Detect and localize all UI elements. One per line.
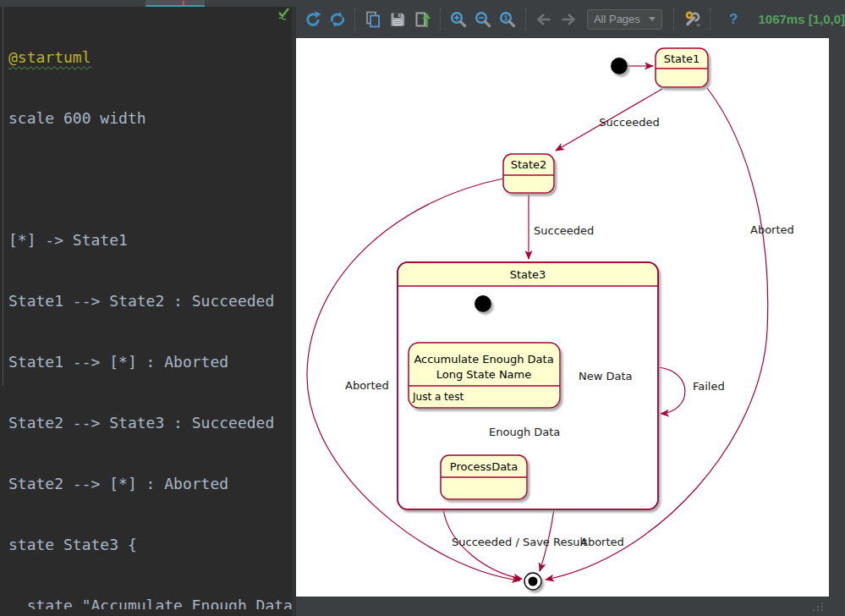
zoom-out-button[interactable] bbox=[472, 8, 495, 31]
edge-label-failed: Failed bbox=[693, 380, 725, 393]
long-state-title-line2: Long State Name bbox=[436, 368, 532, 381]
edge-label-enough-data: Enough Data bbox=[489, 426, 560, 438]
edge-label-aborted-left: Aborted bbox=[345, 379, 389, 392]
zoom-in-button[interactable] bbox=[447, 8, 470, 31]
forward-arrow-icon bbox=[559, 10, 578, 29]
zoom-in-icon bbox=[449, 10, 468, 29]
toolbar-separator bbox=[710, 8, 711, 30]
toolbar-separator bbox=[673, 8, 675, 30]
page-selector-dropdown[interactable]: All Pages bbox=[587, 9, 662, 30]
code-line[interactable]: state State3 { bbox=[8, 535, 296, 555]
state2-title: State2 bbox=[511, 158, 547, 171]
editor-tab-strip bbox=[0, 0, 296, 7]
code-line[interactable]: scale 600 width bbox=[8, 108, 296, 129]
chevron-down-icon bbox=[649, 17, 656, 21]
edge-label-aborted-bottom: Aborted bbox=[580, 536, 624, 548]
plantuml-ide-window: @startuml scale 600 width [*] -> State1 … bbox=[0, 0, 845, 616]
zoom-reset-icon: 1 bbox=[498, 10, 517, 29]
editor-gutter-line bbox=[3, 7, 3, 386]
reload-now-button[interactable] bbox=[326, 8, 348, 31]
state1-title: State1 bbox=[664, 52, 700, 65]
code-area[interactable]: @startuml scale 600 width [*] -> State1 … bbox=[8, 7, 296, 609]
long-state-title-line1: Accumulate Enough Data bbox=[414, 353, 553, 366]
edge-label-succeeded-top: Succeeded bbox=[599, 116, 659, 129]
code-line[interactable]: State1 --> State2 : Succeeded bbox=[8, 291, 296, 311]
resize-grip[interactable] bbox=[813, 602, 823, 611]
code-line[interactable]: [*] -> State1 bbox=[8, 230, 296, 250]
edge-label-new-data: New Data bbox=[579, 370, 633, 382]
inner-initial-state-dot bbox=[475, 295, 491, 312]
final-state-node bbox=[524, 573, 541, 590]
processdata-title: ProcessData bbox=[450, 460, 518, 473]
render-status-text: 1067ms [1,0,0] bbox=[759, 12, 845, 26]
help-button[interactable]: ? bbox=[724, 10, 743, 29]
diagram-canvas[interactable]: State1 State2 State3 Accumulate Enough D… bbox=[296, 38, 829, 597]
code-line[interactable] bbox=[8, 169, 296, 190]
code-line[interactable]: State2 --> [*] : Aborted bbox=[8, 474, 296, 494]
toolbar-separator bbox=[354, 8, 356, 30]
transition-state3-self-failed bbox=[658, 367, 685, 414]
toolbar-separator bbox=[525, 8, 527, 30]
zoom-reset-button[interactable]: 1 bbox=[497, 8, 519, 31]
export-icon bbox=[413, 10, 431, 29]
refresh-icon bbox=[304, 10, 322, 29]
code-line[interactable]: state "Accumulate Enough Data bbox=[8, 596, 296, 609]
toolbar-separator bbox=[440, 8, 442, 30]
state-diagram: State1 State2 State3 Accumulate Enough D… bbox=[296, 38, 829, 597]
active-editor-tab[interactable] bbox=[145, 0, 205, 7]
code-editor-pane: @startuml scale 600 width [*] -> State1 … bbox=[0, 0, 296, 616]
preview-toolbar: 1 All Pages bbox=[296, 0, 845, 38]
tab-modified-marker bbox=[183, 1, 184, 5]
initial-state-dot bbox=[611, 58, 628, 74]
code-line[interactable]: State1 --> [*] : Aborted bbox=[8, 352, 296, 372]
diagram-preview-pane: 1 All Pages bbox=[296, 0, 845, 616]
svg-text:1: 1 bbox=[504, 14, 508, 22]
save-diagram-button[interactable] bbox=[387, 8, 409, 31]
back-button[interactable] bbox=[533, 8, 556, 31]
edge-label-succeeded-mid: Succeeded bbox=[534, 224, 594, 237]
long-state-note: Just a test bbox=[412, 391, 464, 403]
settings-button[interactable] bbox=[681, 8, 704, 31]
settings-gear-wrench-icon bbox=[683, 9, 703, 30]
export-diagram-button[interactable] bbox=[411, 8, 434, 31]
copy-diagram-button[interactable] bbox=[362, 8, 385, 31]
inspection-ok-icon[interactable] bbox=[276, 5, 293, 22]
page-selector-value: All Pages bbox=[594, 13, 640, 25]
copy-icon bbox=[364, 10, 382, 29]
edge-label-succeeded-save-result: Succeeded / Save Result bbox=[452, 536, 587, 548]
code-line[interactable]: @startuml bbox=[8, 47, 296, 68]
save-icon bbox=[388, 10, 407, 29]
edge-label-aborted-right: Aborted bbox=[750, 223, 794, 236]
zoom-out-icon bbox=[474, 10, 492, 29]
refresh-button[interactable] bbox=[301, 8, 324, 31]
back-arrow-icon bbox=[535, 10, 553, 29]
state3-title: State3 bbox=[510, 268, 546, 281]
forward-button[interactable] bbox=[557, 8, 580, 31]
reload-icon bbox=[328, 10, 347, 29]
code-line[interactable]: State2 --> State3 : Succeeded bbox=[8, 413, 296, 433]
